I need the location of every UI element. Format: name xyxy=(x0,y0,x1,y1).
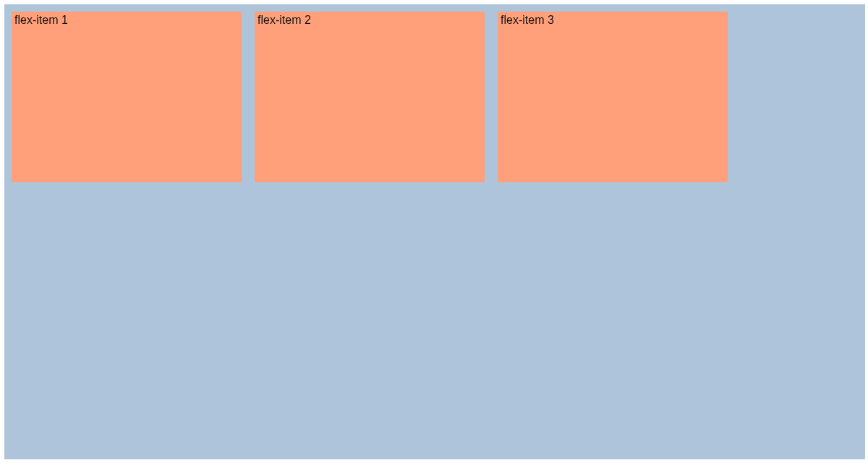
flex-item-3-label: flex-item 3 xyxy=(501,14,554,26)
flex-container: flex-item 1 flex-item 2 flex-item 3 xyxy=(4,4,865,459)
flex-item-1-label: flex-item 1 xyxy=(14,14,68,26)
flex-item-1: flex-item 1 xyxy=(12,12,242,182)
flex-item-2: flex-item 2 xyxy=(255,12,485,182)
flex-item-2-label: flex-item 2 xyxy=(258,14,311,26)
flex-item-3: flex-item 3 xyxy=(498,12,728,182)
